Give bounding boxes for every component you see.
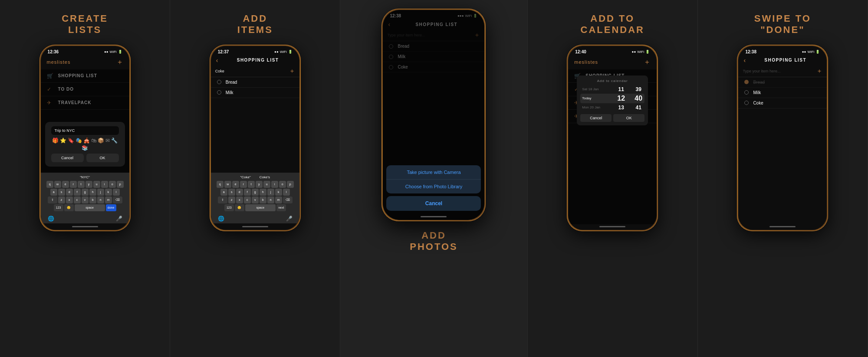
kb-suggestions-1: "NYC": [42, 174, 128, 181]
title-line1-4: ADD TO: [581, 13, 644, 24]
cancel-button[interactable]: Cancel: [51, 154, 84, 162]
panel-add-calendar: ADD TO CALENDAR 12:40 ●● WiFi 🔋 mesliste…: [528, 0, 698, 357]
phone-mockup-2: 12:37 ●● WiFi 🔋 ‹ SHOPPING LIST Coke ＋: [210, 45, 301, 231]
calendar-overlay: Add to calendar Sat 18 Jan 11 39 Today 1…: [568, 69, 657, 224]
back-button-2[interactable]: ‹: [216, 57, 218, 64]
keyboard-1: "NYC" qwertyuiop asdfghjkl ⇧zxcvbnm⌫ 123…: [41, 173, 129, 214]
title-line1-2: ADD: [237, 13, 273, 24]
panel-title-photos: ADD PHOTOS: [410, 230, 458, 253]
home-indicator-3: [421, 216, 447, 217]
kb-bottom-row: 🌐 🎤: [41, 214, 129, 223]
add-item-btn-2[interactable]: ＋: [289, 67, 295, 75]
screen-content-4: 🛒 SHOPPING LIST ✓ TO DO ✈ TRAVELPACK ✈ T…: [568, 69, 657, 224]
home-indicator-5: [769, 226, 796, 227]
calendar-buttons: Cancel OK: [580, 114, 644, 122]
cancel-action[interactable]: Cancel: [386, 196, 481, 211]
title-line2: LISTS: [62, 24, 108, 36]
cal-row-sat: Sat 18 Jan 11 39: [580, 85, 644, 93]
home-indicator-2: [242, 226, 268, 227]
photo-library-action[interactable]: Choose from Photo Library: [386, 180, 481, 193]
dialog-buttons: Cancel OK: [51, 154, 119, 162]
calendar-picker: Add to calendar Sat 18 Jan 11 39 Today 1…: [577, 75, 648, 125]
action-sheet: Take picture with Camera Choose from Pho…: [383, 162, 484, 214]
cal-row-today: Today 12 40: [580, 94, 644, 103]
ok-button[interactable]: OK: [86, 154, 119, 162]
dialog-box: Trip to NYC 🎁 ⭐ 🔖 🎭 🎪 🛍 📦 ✉ 🔧: [45, 122, 125, 167]
panel-add-items: ADD ITEMS 12:37 ●● WiFi 🔋 ‹ SHOPPING LIS…: [170, 0, 340, 357]
item-milk-5[interactable]: Milk: [738, 88, 827, 98]
keyboard-2: "Coke" Coke's qwertyuiop asdfghjkl ⇧zxcv…: [211, 173, 299, 214]
status-bar-4: 12:40 ●● WiFi 🔋: [568, 46, 657, 55]
cal-ok-btn[interactable]: OK: [613, 114, 644, 122]
item-bread[interactable]: Bread: [211, 77, 299, 88]
kb-bottom-2: 🌐 🎤: [211, 214, 299, 223]
items-list-2: Bread Milk: [211, 77, 299, 173]
calendar-rows: Sat 18 Jan 11 39 Today 12 40: [580, 85, 644, 111]
kb-row-1: qwertyuiop: [42, 181, 128, 188]
kb-row-2: asdfghjkl: [42, 189, 128, 196]
item-coke-5[interactable]: Coke: [738, 98, 827, 108]
title-line1-5: SWIPE TO: [754, 13, 811, 24]
add-button-1[interactable]: ＋: [116, 58, 123, 67]
nav-bar-2: ‹ SHOPPING LIST: [211, 55, 299, 66]
app-header-4: meslistes ＋: [568, 55, 657, 69]
item-bread-done[interactable]: Bread: [738, 77, 827, 88]
panel-title-create: CREATE LISTS: [62, 13, 108, 36]
kb-row-3: ⇧zxcvbnm⌫: [42, 197, 128, 203]
add-item-btn-5[interactable]: ＋: [816, 67, 822, 75]
action-sheet-overlay: Take picture with Camera Choose from Pho…: [383, 10, 484, 220]
item-input-5[interactable]: Type your item here...: [743, 69, 816, 73]
title-line2-4: CALENDAR: [581, 24, 644, 36]
title-line1-3: ADD: [410, 230, 458, 241]
input-bar-2: Coke ＋: [211, 66, 299, 77]
phone-mockup-4: 12:40 ●● WiFi 🔋 meslistes ＋ 🛒 SHOPPING L…: [567, 45, 658, 231]
status-bar-5: 12:38 ●● WiFi 🔋: [738, 46, 827, 55]
add-button-4[interactable]: ＋: [644, 58, 651, 67]
phone-mockup-3: 12:38 ●●● WiFi 🔋 ‹ SHOPPING LIST Type yo…: [381, 9, 486, 221]
done-circle-bread: [744, 80, 749, 84]
title-line1: CREATE: [62, 13, 108, 24]
cal-cancel-btn[interactable]: Cancel: [580, 114, 612, 122]
phone-mockup-5: 12:38 ●● WiFi 🔋 ‹ SHOPPING LIST Type you…: [737, 45, 828, 231]
icon-picker: 🎁 ⭐ 🔖 🎭 🎪 🛍 📦 ✉ 🔧 📚: [51, 138, 119, 151]
dialog-input[interactable]: Trip to NYC: [51, 126, 119, 135]
panel-title-calendar: ADD TO CALENDAR: [581, 13, 644, 36]
panel-title-add: ADD ITEMS: [237, 13, 273, 36]
panel-swipe-done: SWIPE TO "DONE" 12:38 ●● WiFi 🔋 ‹ SHOPPI…: [698, 0, 868, 357]
take-picture-action[interactable]: Take picture with Camera: [386, 165, 481, 180]
cal-row-mon: Mon 20 Jan 13 41: [580, 104, 644, 111]
input-bar-5: Type your item here... ＋: [738, 66, 827, 77]
title-line2-3: PHOTOS: [410, 241, 458, 252]
kb-suggestions-2: "Coke" Coke's: [212, 174, 299, 181]
home-indicator-1: [72, 226, 98, 227]
title-line2-2: ITEMS: [237, 24, 273, 36]
create-dialog: Trip to NYC 🎁 ⭐ 🔖 🎭 🎪 🛍 📦 ✉ 🔧: [41, 69, 129, 173]
status-bar-1: 12:36 ●● WiFi 🔋: [41, 46, 129, 55]
panel-title-swipe: SWIPE TO "DONE": [754, 13, 811, 36]
item-milk[interactable]: Milk: [211, 88, 299, 98]
item-circle-bread: [217, 80, 221, 84]
nav-bar-5: ‹ SHOPPING LIST: [738, 55, 827, 66]
panel-add-photos: 12:38 ●●● WiFi 🔋 ‹ SHOPPING LIST Type yo…: [340, 0, 527, 357]
home-indicator-4: [599, 226, 625, 227]
app-header-1: meslistes ＋: [41, 55, 129, 69]
action-options: Take picture with Camera Choose from Pho…: [386, 165, 481, 193]
items-list-5: Bread Milk Coke: [738, 77, 827, 224]
item-circle-milk: [217, 90, 221, 95]
item-input-2[interactable]: Coke: [215, 69, 289, 73]
panel-create-lists: CREATE LISTS 12:36 ●● WiFi 🔋 meslistes ＋: [0, 0, 170, 357]
title-line2-5: "DONE": [754, 24, 811, 36]
status-bar-2: 12:37 ●● WiFi 🔋: [211, 46, 299, 55]
kb-row-4: 123 😊 space done: [42, 204, 128, 211]
back-button-5[interactable]: ‹: [743, 57, 746, 64]
screen-content-1: 🛒 SHOPPING LIST ✓ TO DO ✈ TRAVELPACK: [41, 69, 129, 173]
phone-mockup-1: 12:36 ●● WiFi 🔋 meslistes ＋ 🛒 SHOPPING L…: [39, 45, 131, 231]
